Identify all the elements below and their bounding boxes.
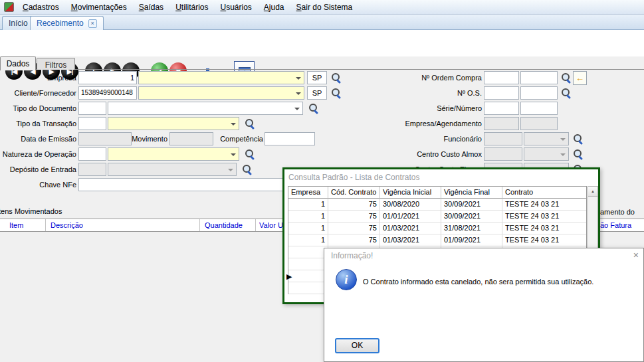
tipo-documento-code-field[interactable] — [78, 102, 106, 115]
chevron-down-icon[interactable] — [296, 92, 301, 95]
funcionario-combo[interactable] — [524, 132, 569, 145]
funcionario-code-field[interactable] — [484, 132, 522, 145]
label-deposito-entrada: Depósito de Entrada — [1, 165, 76, 174]
menu-sair-do-sistema[interactable]: Sair do Sistema — [290, 1, 359, 14]
ok-button[interactable]: OK — [335, 338, 379, 353]
deposito-combo[interactable] — [108, 163, 237, 176]
tab-recebimento[interactable]: Recebimento× — [30, 16, 104, 30]
col-cod-contrato[interactable]: Cód. Contrato — [328, 187, 380, 199]
column-quantidade[interactable]: Quantidade — [205, 221, 243, 229]
table-row[interactable]: 1 75 01/03/2021 01/09/2021 TESTE 24 03 2… — [288, 234, 586, 246]
table-row[interactable]: 1 75 01/03/2021 31/08/2021 TESTE 24 03 2… — [288, 223, 586, 234]
label-empresa: Empresa — [1, 73, 76, 82]
menu-utilitarios[interactable]: Utilitários — [169, 1, 214, 14]
tab-dados[interactable]: Dados — [0, 56, 36, 70]
tab-recebimento-label: Recebimento — [37, 19, 84, 28]
label-data-emissao: Data de Emissão — [1, 134, 76, 143]
dialog-message: O Contrato informado esta canelado, não … — [363, 278, 629, 286]
chevron-down-icon[interactable] — [560, 153, 566, 156]
deposito-search-icon[interactable] — [241, 163, 253, 175]
menu-movimentacoes[interactable]: Movimentações — [65, 1, 133, 14]
scroll-up-icon[interactable]: ▲ — [588, 187, 597, 197]
centro-custo-almox-combo[interactable] — [524, 147, 569, 161]
label-tipo-transacao: Tipo da Transação — [1, 119, 76, 128]
menu-cadastros[interactable]: Cadastros — [17, 1, 65, 14]
chevron-down-icon[interactable] — [231, 123, 236, 126]
chave-nfe-field[interactable] — [78, 178, 314, 191]
label-empresa-agendamento: Empresa/Agendamento — [395, 119, 482, 128]
dialog-title: Informação! — [331, 251, 373, 260]
empresa-agendamento-field-2[interactable] — [520, 117, 558, 130]
page-tab-bar: Dados Filtros — [0, 56, 644, 70]
chevron-down-icon[interactable] — [296, 77, 301, 80]
app-window: Cadastros Movimentações Saídas Utilitári… — [0, 0, 644, 362]
label-os: Nº O.S. — [395, 88, 482, 98]
label-centro-custo-almox: Centro Custo Almox — [395, 149, 482, 159]
numero-field[interactable] — [520, 102, 558, 115]
empresa-search-icon[interactable] — [330, 72, 342, 84]
funcionario-search-icon[interactable] — [572, 133, 584, 145]
consulta-window-title: Consulta Padrão - Lista de Contratos — [288, 173, 419, 182]
itens-movimentados-label: Itens Movimentados — [0, 207, 62, 215]
tipo-transacao-search-icon[interactable] — [244, 118, 256, 130]
label-movimento: Movimento — [114, 134, 167, 143]
label-competencia: Competência — [214, 134, 263, 143]
close-tab-icon[interactable]: × — [88, 19, 97, 28]
tipo-transacao-combo[interactable] — [108, 117, 239, 130]
ordem-compra-field-1[interactable] — [484, 71, 519, 84]
col-vigencia-final[interactable]: Vigência Final — [441, 187, 502, 199]
col-empresa[interactable]: Empresa — [288, 187, 328, 199]
label-cliente-fornecedor: Cliente/Fornecedor — [1, 88, 76, 98]
label-natureza-operacao: Natureza de Operação — [1, 149, 76, 159]
contratos-grid-header: Empresa Cód. Contrato Vigência Inicial V… — [288, 187, 586, 199]
table-row[interactable]: 1 75 01/01/2021 30/09/2021 TESTE 24 03 2… — [288, 211, 586, 223]
serie-field[interactable] — [484, 102, 519, 115]
dialog-close-icon[interactable]: × — [633, 250, 639, 260]
tab-filtros[interactable]: Filtros — [37, 58, 75, 70]
table-row[interactable]: 1 75 30/08/2020 30/09/2021 TESTE 24 03 2… — [288, 199, 586, 211]
movimento-field[interactable] — [169, 132, 213, 145]
col-vigencia-inicial[interactable]: Vigência Inicial — [380, 187, 441, 199]
empresa-agendamento-field-1[interactable] — [484, 117, 519, 130]
chevron-down-icon[interactable] — [560, 138, 566, 141]
ordem-compra-field-2[interactable] — [520, 71, 558, 84]
empresa-combo[interactable] — [138, 71, 304, 84]
chevron-down-icon[interactable] — [294, 108, 300, 110]
empresa-uf-field[interactable]: SP — [307, 71, 327, 84]
os-search-icon[interactable] — [560, 87, 572, 99]
tab-inicio-label: Início — [9, 19, 28, 28]
menu-saidas[interactable]: Saídas — [133, 1, 169, 14]
menu-ajuda[interactable]: Ajuda — [258, 1, 290, 14]
chevron-down-icon[interactable] — [228, 169, 233, 171]
column-item[interactable]: Item — [9, 221, 23, 229]
empresa-code-field[interactable]: 1 — [78, 71, 137, 84]
cliente-combo[interactable] — [138, 86, 304, 100]
label-funcionario: Funcionário — [395, 134, 482, 143]
back-arrow-icon[interactable]: ← — [573, 71, 587, 85]
menu-usuarios[interactable]: Usuários — [214, 1, 257, 14]
natureza-combo[interactable] — [108, 147, 239, 161]
cliente-uf-field[interactable]: SP — [307, 86, 327, 100]
right-section-label-fragment: amento do — [600, 208, 635, 216]
menu-bar: Cadastros Movimentações Saídas Utilitári… — [0, 0, 644, 15]
label-serie-numero: Série/Número — [395, 104, 482, 113]
col-contrato[interactable]: Contrato — [502, 187, 586, 199]
natureza-code-field[interactable] — [78, 147, 106, 161]
info-dialog: Informação! × i O Contrato informado est… — [324, 248, 644, 362]
cliente-search-icon[interactable] — [330, 87, 342, 99]
row-indicator-icon: ▶ — [286, 272, 292, 281]
chevron-down-icon[interactable] — [231, 153, 236, 156]
os-field-2[interactable] — [520, 86, 558, 100]
os-field-1[interactable] — [484, 86, 519, 100]
tipo-documento-search-icon[interactable] — [308, 102, 320, 114]
deposito-code-field[interactable] — [78, 163, 106, 176]
competencia-field[interactable] — [265, 132, 315, 145]
column-descricao[interactable]: Descrição — [51, 221, 83, 229]
centro-custo-almox-code-field[interactable] — [484, 147, 522, 161]
tipo-documento-combo[interactable] — [108, 102, 303, 115]
natureza-search-icon[interactable] — [244, 148, 256, 160]
tipo-transacao-code-field[interactable] — [78, 117, 106, 130]
cliente-code-field[interactable]: 15389499000148 — [78, 86, 137, 100]
ordem-compra-search-icon[interactable] — [560, 72, 572, 84]
centro-custo-almox-search-icon[interactable] — [572, 148, 584, 160]
